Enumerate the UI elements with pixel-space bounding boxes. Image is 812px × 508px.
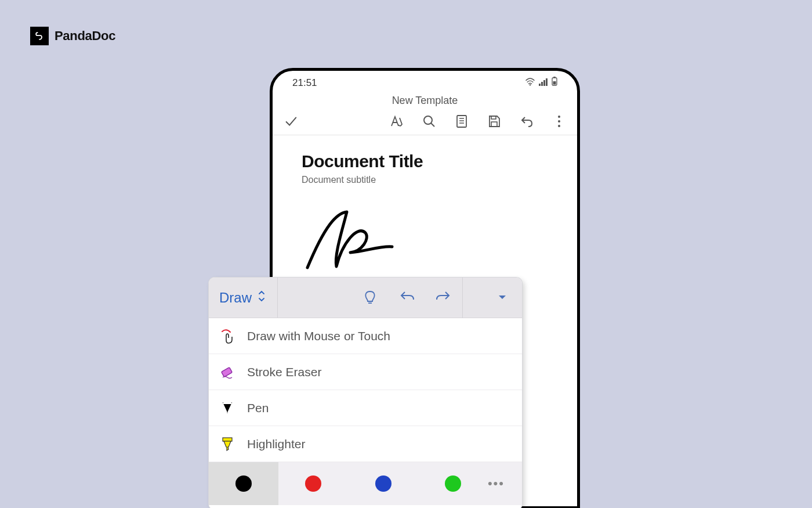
draw-panel: Draw Draw with Mouse or Touch Stroke Era… xyxy=(209,278,522,508)
color-red[interactable] xyxy=(278,462,348,505)
menu-item-draw-touch[interactable]: Draw with Mouse or Touch xyxy=(209,318,522,354)
svg-point-16 xyxy=(558,120,560,123)
svg-rect-13 xyxy=(491,116,496,119)
menu-item-highlighter[interactable]: Highlighter xyxy=(209,426,522,462)
svg-point-17 xyxy=(558,125,560,127)
signal-icon xyxy=(539,77,548,89)
draw-tab[interactable]: Draw xyxy=(209,278,278,318)
highlighter-icon xyxy=(220,437,235,452)
text-style-button[interactable] xyxy=(389,114,404,129)
svg-rect-14 xyxy=(491,122,497,127)
swatch-green xyxy=(445,475,461,492)
menu-label-highlighter: Highlighter xyxy=(247,437,305,451)
hint-button[interactable] xyxy=(364,290,379,305)
swatch-black xyxy=(235,475,252,492)
status-bar: 21:51 xyxy=(273,71,577,91)
svg-rect-19 xyxy=(222,367,233,377)
color-row: ••• xyxy=(209,462,522,505)
panel-undo-button[interactable] xyxy=(400,290,415,305)
color-blue[interactable] xyxy=(348,462,418,505)
color-black[interactable] xyxy=(209,462,278,505)
draw-menu: Draw with Mouse or Touch Stroke Eraser P… xyxy=(209,318,522,462)
pen-icon xyxy=(220,401,235,416)
svg-rect-3 xyxy=(543,80,545,86)
document-subtitle[interactable]: Document subtitle xyxy=(302,175,548,185)
more-button[interactable] xyxy=(552,114,567,129)
draw-panel-header: Draw xyxy=(209,278,522,318)
svg-rect-6 xyxy=(553,77,556,78)
swatch-blue xyxy=(375,475,392,492)
panel-dropdown-button[interactable] xyxy=(498,293,507,302)
undo-button[interactable] xyxy=(519,114,534,129)
document-title[interactable]: Document Title xyxy=(302,152,548,171)
menu-label-pen: Pen xyxy=(247,401,269,415)
svg-rect-2 xyxy=(541,82,543,86)
battery-icon xyxy=(552,77,557,89)
menu-item-pen[interactable]: Pen xyxy=(209,390,522,426)
svg-point-8 xyxy=(424,116,432,124)
svg-rect-4 xyxy=(546,78,548,86)
panel-redo-button[interactable] xyxy=(436,290,451,305)
menu-label-draw-touch: Draw with Mouse or Touch xyxy=(247,329,390,343)
search-button[interactable] xyxy=(422,114,437,129)
svg-rect-20 xyxy=(223,402,231,404)
screen-title: New Template xyxy=(273,91,577,113)
brand-logo: PandaDoc xyxy=(30,27,115,45)
color-green[interactable] xyxy=(418,462,488,505)
svg-rect-7 xyxy=(553,81,556,85)
confirm-button[interactable] xyxy=(283,114,298,129)
document-body[interactable]: Document Title Document subtitle xyxy=(273,135,577,291)
menu-item-stroke-eraser[interactable]: Stroke Eraser xyxy=(209,354,522,390)
status-time: 21:51 xyxy=(292,77,317,89)
svg-rect-1 xyxy=(539,84,541,86)
eraser-icon xyxy=(220,365,235,380)
reading-mode-button[interactable] xyxy=(454,114,469,129)
more-colors-button[interactable]: ••• xyxy=(488,476,522,491)
swatch-red xyxy=(305,475,321,492)
chevron-updown-icon xyxy=(258,290,266,306)
draw-tab-label: Draw xyxy=(219,290,252,306)
svg-point-15 xyxy=(558,116,560,118)
editor-toolbar xyxy=(273,113,577,135)
svg-rect-9 xyxy=(457,116,466,127)
pandadoc-icon xyxy=(30,27,49,45)
signature-drawing xyxy=(302,208,548,275)
touch-draw-icon xyxy=(220,329,235,344)
brand-name: PandaDoc xyxy=(55,28,115,44)
svg-point-0 xyxy=(530,84,531,85)
menu-label-stroke-eraser: Stroke Eraser xyxy=(247,365,321,379)
svg-rect-21 xyxy=(223,438,232,441)
save-button[interactable] xyxy=(487,114,502,129)
wifi-icon xyxy=(525,77,535,89)
